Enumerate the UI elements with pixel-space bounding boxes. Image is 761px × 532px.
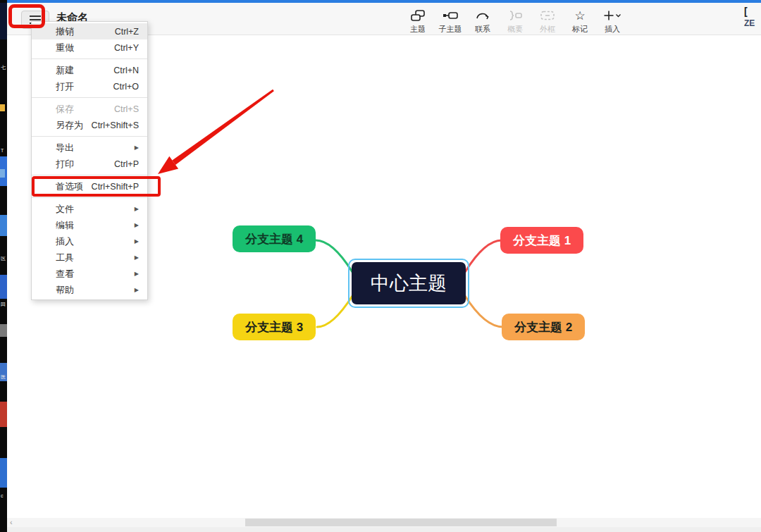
connector-branch-3 [317,296,352,327]
menu-separator [32,97,147,98]
menu-separator [32,58,147,59]
menu-item-tools[interactable]: 工具▶ [32,249,147,266]
menu-separator [32,136,147,137]
boundary-icon [540,8,555,23]
summary-button[interactable]: 概要 [499,8,531,35]
taskbar-fragment [0,169,5,178]
boundary-button[interactable]: 外框 [531,8,564,35]
app-window: 中心主题 分支主题 1 分支主题 2 分支主题 3 分支主题 4 未命名 主题 … [0,0,761,532]
menu-separator [32,197,147,198]
menu-separator [32,175,147,175]
bottom-status-strip [7,527,761,532]
menu-item-save[interactable]: 保存Ctrl+S [32,101,147,117]
taskbar-fragment [0,458,7,488]
menu-item-export[interactable]: 导出▶ [32,140,147,156]
menu-item-file[interactable]: 文件▶ [32,201,147,217]
menu-item-preferences[interactable]: 首选项Ctrl+Shift+P [32,178,147,194]
menu-item-edit[interactable]: 编辑▶ [32,217,147,233]
app-logo-badge: [ ZE [744,6,761,28]
central-topic-node[interactable]: 中心主题 [352,262,466,304]
main-dropdown-menu: 撤销Ctrl+Z 重做Ctrl+Y 新建Ctrl+N 打开Ctrl+O 保存Ct… [31,21,148,300]
scrollbar-left-arrow-icon[interactable]: ‹ [10,518,13,526]
taskbar-glyph: c [1,493,4,498]
taskbar-glyph: 七 [1,65,6,70]
taskbar-glyph: T [1,148,4,153]
branch-topic-2-node[interactable]: 分支主题 2 [502,314,585,340]
submenu-arrow-icon: ▶ [135,287,139,293]
app-logo-text: ZE [744,18,761,28]
menu-item-print[interactable]: 打印Ctrl+P [32,156,147,172]
insert-plus-icon [603,8,621,23]
menu-item-view[interactable]: 查看▶ [32,266,147,282]
branch-topic-1-node[interactable]: 分支主题 1 [500,227,583,254]
toolbar-buttons: 主题 子主题 联系 概要 [402,8,629,35]
menu-item-save-as[interactable]: 另存为Ctrl+Shift+S [32,117,147,133]
submenu-arrow-icon: ▶ [135,238,139,245]
background-window-strip: 七 T 区 回 医 c [0,0,7,532]
marker-button[interactable]: ☆ 标记 [564,8,596,35]
relationship-button[interactable]: 联系 [466,8,499,35]
hamburger-icon [30,16,41,17]
taskbar-fragment [0,402,7,427]
taskbar-fragment [0,104,5,111]
subtopic-icon [442,8,459,23]
branch-topic-4-node[interactable]: 分支主题 4 [233,225,316,252]
relationship-icon [475,8,490,23]
topic-icon [410,8,426,23]
summary-icon [507,8,523,23]
insert-button[interactable]: 插入 [596,8,629,35]
branch-topic-3-node[interactable]: 分支主题 3 [233,314,316,340]
connector-branch-4 [316,240,352,272]
taskbar-fragment [0,324,7,337]
submenu-arrow-icon: ▶ [135,271,139,277]
subtopic-button[interactable]: 子主题 [434,8,466,35]
menu-item-new[interactable]: 新建Ctrl+N [32,62,147,78]
taskbar-glyph: 区 [1,256,6,261]
taskbar-fragment [0,275,7,299]
taskbar-glyph: 医 [1,374,6,379]
submenu-arrow-icon: ▶ [135,222,139,228]
window-top-edge [0,0,761,3]
taskbar-fragment [0,3,7,39]
connector-branch-1 [465,240,502,272]
horizontal-scrollbar-track[interactable]: ‹ [7,518,761,527]
connector-branch-2 [465,296,503,327]
taskbar-glyph: 回 [1,302,6,307]
topic-button[interactable]: 主题 [402,8,434,35]
menu-item-help[interactable]: 帮助▶ [32,282,147,298]
submenu-arrow-icon: ▶ [135,144,139,151]
marker-star-icon: ☆ [574,8,585,23]
submenu-arrow-icon: ▶ [135,254,139,261]
horizontal-scrollbar-thumb[interactable] [245,519,557,526]
taskbar-fragment [0,215,7,236]
menu-item-open[interactable]: 打开Ctrl+O [32,78,147,94]
submenu-arrow-icon: ▶ [135,206,139,212]
menu-item-redo[interactable]: 重做Ctrl+Y [32,39,147,56]
menu-item-insert[interactable]: 插入▶ [32,233,147,249]
menu-item-undo[interactable]: 撤销Ctrl+Z [32,23,147,39]
app-logo-icon: [ [744,6,761,17]
